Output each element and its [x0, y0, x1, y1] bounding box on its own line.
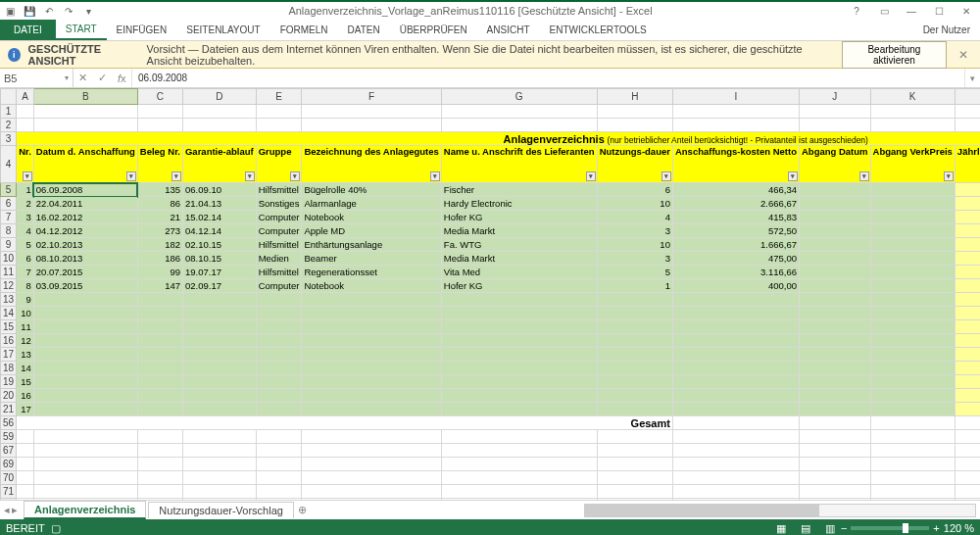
filter-arrow-icon[interactable]: ▾ — [172, 171, 181, 181]
cell[interactable] — [870, 403, 955, 416]
cell[interactable] — [799, 224, 870, 238]
cell[interactable] — [597, 320, 672, 334]
cell[interactable]: Enthärtungsanlage — [302, 238, 441, 252]
cell[interactable]: 06.09.10 — [182, 183, 256, 197]
cell[interactable] — [182, 293, 256, 307]
cell[interactable] — [441, 334, 597, 348]
cell[interactable] — [256, 375, 302, 389]
cell[interactable] — [33, 375, 137, 389]
filter-arrow-icon[interactable]: ▾ — [586, 171, 596, 181]
cell[interactable] — [137, 403, 182, 416]
row-header-10[interactable]: 10 — [1, 252, 17, 266]
sheet-title[interactable]: Anlagenverzeichnis (nur betrieblicher An… — [17, 132, 980, 146]
cell[interactable] — [870, 348, 955, 362]
cell[interactable]: Fischer — [441, 183, 597, 197]
cell[interactable]: 0,00 — [955, 375, 980, 389]
cell[interactable] — [799, 320, 870, 334]
cell[interactable]: 08.10.15 — [182, 252, 256, 266]
cell[interactable]: Beamer — [302, 252, 441, 266]
cell[interactable] — [302, 320, 441, 334]
col-header-cell[interactable]: Nr.▾ — [17, 146, 34, 183]
row-header-4[interactable]: 4 — [1, 146, 17, 183]
cell[interactable] — [302, 403, 441, 416]
cell[interactable]: Medien — [256, 252, 302, 266]
row-header-69[interactable]: 69 — [1, 458, 17, 471]
cell[interactable]: 400,00 — [955, 279, 980, 293]
cell[interactable]: 572,50 — [672, 224, 799, 238]
cell[interactable] — [597, 348, 672, 362]
filter-arrow-icon[interactable]: ▾ — [23, 171, 32, 181]
zoom-slider[interactable] — [851, 526, 929, 530]
cell[interactable]: 8 — [17, 279, 34, 293]
cell[interactable]: 475,00 — [672, 252, 799, 266]
sheet-nav-prev-icon[interactable]: ◂ — [4, 504, 10, 516]
col-header-A[interactable]: A — [17, 89, 34, 105]
col-header-H[interactable]: H — [597, 89, 672, 105]
cell[interactable] — [672, 320, 799, 334]
cell[interactable]: 415,83 — [672, 211, 799, 224]
cell[interactable]: 04.12.14 — [182, 224, 256, 238]
tab-review[interactable]: ÜBERPRÜFEN — [390, 20, 477, 40]
cell[interactable]: 16 — [17, 389, 34, 403]
cell[interactable]: 3 — [597, 252, 672, 266]
cell[interactable] — [33, 362, 137, 375]
cell[interactable] — [672, 348, 799, 362]
cell[interactable]: 7 — [17, 266, 34, 279]
cell[interactable] — [597, 403, 672, 416]
row-header-7[interactable]: 7 — [1, 211, 17, 224]
cell[interactable] — [597, 307, 672, 320]
cell[interactable]: 12 — [17, 334, 34, 348]
formula-input[interactable]: 06.09.2008 — [132, 69, 964, 87]
cell[interactable]: 02.10.15 — [182, 238, 256, 252]
cell[interactable] — [597, 293, 672, 307]
spreadsheet-grid[interactable]: ABCDEFGHIJKLMNOPY12Geschäftsjahr20153Anl… — [0, 88, 980, 500]
cell[interactable]: 1 — [17, 183, 34, 197]
cell[interactable] — [33, 389, 137, 403]
cell[interactable] — [799, 266, 870, 279]
cell[interactable]: 10 — [17, 307, 34, 320]
cell[interactable] — [137, 320, 182, 334]
undo-icon[interactable]: ↶ — [39, 1, 59, 21]
cell[interactable] — [182, 403, 256, 416]
cell[interactable]: Hilfsmittel — [256, 266, 302, 279]
cell[interactable]: 0,00 — [955, 389, 980, 403]
cell[interactable] — [799, 348, 870, 362]
sheet-tab-anlagenverzeichnis[interactable]: Anlagenverzeichnis — [24, 501, 146, 519]
cell[interactable] — [870, 238, 955, 252]
cell[interactable]: 20.07.2015 — [33, 266, 137, 279]
minimize-icon[interactable]: — — [898, 1, 925, 21]
tab-formulas[interactable]: FORMELN — [270, 20, 338, 40]
cell[interactable] — [302, 334, 441, 348]
cell[interactable]: 0,00 — [955, 403, 980, 416]
cell[interactable]: 6 — [17, 252, 34, 266]
cell[interactable]: Notebook — [302, 211, 441, 224]
accept-formula-icon[interactable]: ✓ — [98, 72, 107, 84]
cell[interactable] — [870, 375, 955, 389]
tab-insert[interactable]: EINFÜGEN — [107, 20, 177, 40]
cell[interactable]: Computer — [256, 279, 302, 293]
cell[interactable]: Bügelrolle 40% — [302, 183, 441, 197]
cell[interactable] — [799, 183, 870, 197]
row-header-2[interactable]: 2 — [1, 119, 17, 132]
cell[interactable] — [302, 362, 441, 375]
filter-arrow-icon[interactable]: ▾ — [788, 171, 798, 181]
cell[interactable]: 466,34 — [672, 183, 799, 197]
cell[interactable]: Regenerationsset — [302, 266, 441, 279]
zoom-in-icon[interactable]: + — [933, 522, 939, 534]
cell[interactable]: Vita Med — [441, 266, 597, 279]
col-header-F[interactable]: F — [302, 89, 441, 105]
cell[interactable]: 04.12.2012 — [33, 224, 137, 238]
cell[interactable]: 11 — [17, 320, 34, 334]
cell[interactable] — [302, 293, 441, 307]
cell[interactable] — [441, 389, 597, 403]
cell[interactable]: 21.04.13 — [182, 197, 256, 211]
cell[interactable] — [870, 307, 955, 320]
filter-arrow-icon[interactable]: ▾ — [944, 171, 954, 181]
col-header-cell[interactable]: Name u. Anschrift des Lieferanten▾ — [441, 146, 597, 183]
cell[interactable] — [256, 307, 302, 320]
row-header-21[interactable]: 21 — [1, 403, 17, 416]
cell[interactable]: 14 — [17, 362, 34, 375]
zoom-value[interactable]: 120 % — [944, 522, 974, 534]
formula-expand-icon[interactable]: ▾ — [964, 69, 980, 87]
cell[interactable] — [182, 334, 256, 348]
